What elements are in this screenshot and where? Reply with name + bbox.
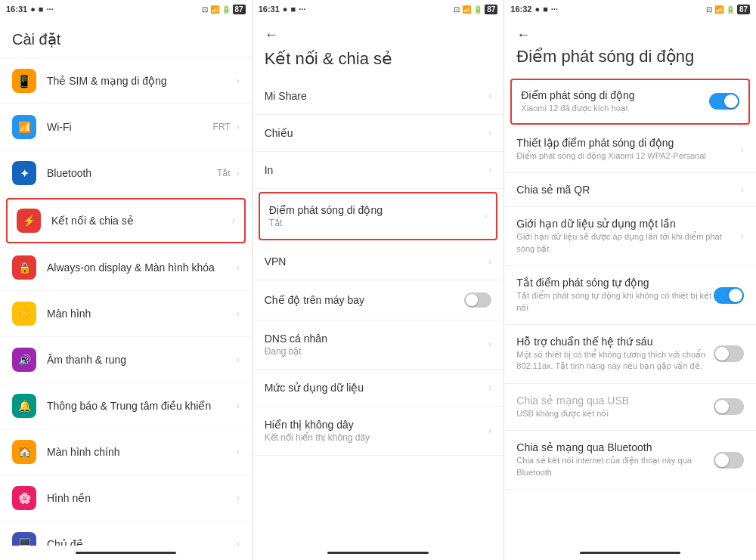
connections-title: Kết nối & chia sẻ — [253, 49, 504, 78]
screen-icon: ☀️ — [12, 302, 36, 326]
scroll-indicator-3 — [580, 552, 680, 554]
menu-item-airplane[interactable]: Chế độ trên máy bay — [253, 280, 504, 320]
hotspot-data-limit-item[interactable]: Giới hạn dữ liệu sử dụng một lần Giới hạ… — [504, 207, 756, 266]
hotspot-settings-label: Thiết lập điểm phát sóng di động — [516, 137, 741, 149]
settings-item-wallpaper[interactable]: 🌸 Hình nền › — [0, 475, 252, 521]
hotspot-detail-list: Điểm phát sóng di động Xiaomi 12 đã được… — [504, 77, 756, 546]
qr-chevron: › — [741, 184, 744, 195]
status-time-1: 16:31 ● ■ ··· — [6, 5, 54, 14]
menu-item-hotspot[interactable]: Điểm phát sóng di động Tắt › — [259, 192, 498, 240]
hotspot-settings-item[interactable]: Thiết lập điểm phát sóng di động Điểm ph… — [504, 126, 756, 173]
wireless-chevron: › — [488, 425, 491, 436]
home-icon: 🏠 — [12, 440, 36, 464]
menu-item-dns[interactable]: DNS cá nhân Đang bật › — [253, 320, 504, 370]
wifi-chevron: › — [237, 122, 240, 132]
theme-icon: 🖥️ — [12, 532, 36, 546]
datausage-chevron: › — [488, 382, 491, 393]
theme-chevron: › — [237, 539, 240, 546]
bluetooth-share-subtitle: Chia sẻ kết nối internet của điện thoại … — [516, 455, 714, 478]
menu-item-vpn[interactable]: VPN › — [253, 243, 504, 280]
scroll-indicator-1 — [76, 552, 176, 554]
vpn-chevron: › — [488, 256, 491, 267]
status-bar-3: 16:32 ● ■ ··· ⊡ 📶 🔋 87 — [504, 0, 756, 18]
settings-list: 📱 Thẻ SIM & mạng di động › 📶 Wi-Fi FRT ›… — [0, 58, 252, 546]
bluetooth-icon: ✦ — [12, 161, 36, 185]
usb-toggle[interactable] — [714, 398, 744, 415]
back-button-3[interactable]: ← — [516, 27, 530, 43]
settings-item-wifi[interactable]: 📶 Wi-Fi FRT › — [0, 104, 252, 150]
bluetooth-label: Bluetooth — [47, 167, 217, 179]
settings-item-theme[interactable]: 🖥️ Chủ đề › — [0, 521, 252, 546]
settings-item-always-on[interactable]: 🔒 Always-on display & Màn hình khóa › — [0, 245, 252, 291]
status-bar-2: 16:31 ● ■ ··· ⊡ 📶 🔋 87 — [253, 0, 504, 18]
settings-item-notifications[interactable]: 🔔 Thông báo & Trung tâm điều khiển › — [0, 383, 252, 429]
settings-item-bluetooth[interactable]: ✦ Bluetooth Tắt › — [0, 150, 252, 196]
qr-label: Chia sẻ mã QR — [516, 184, 741, 196]
menu-item-datausage[interactable]: Mức sử dụng dữ liệu › — [253, 370, 504, 407]
auto-off-label: Tắt điểm phát sóng tự động — [516, 277, 714, 289]
wallpaper-label: Hình nền — [47, 492, 237, 504]
settings-item-sim[interactable]: 📱 Thẻ SIM & mạng di động › — [0, 58, 252, 104]
wallpaper-icon: 🌸 — [12, 486, 36, 510]
hotspot-panel-title: Điểm phát sóng di động — [504, 46, 756, 77]
scroll-indicator-2 — [327, 552, 428, 554]
connections-icon: ⚡ — [17, 209, 41, 233]
connections-back-header: ← — [253, 18, 504, 49]
menu-item-cast[interactable]: Chiếu › — [253, 115, 504, 152]
mishare-chevron: › — [488, 91, 491, 101]
sound-chevron: › — [237, 354, 240, 365]
wifi6-label: Hỗ trợ chuẩn thế hệ thứ sáu — [516, 336, 714, 348]
panel1-title: Cài đặt — [0, 18, 252, 58]
settings-item-home[interactable]: 🏠 Màn hình chính › — [0, 429, 252, 475]
settings-panel: 16:31 ● ■ ··· ⊡ 📶 🔋 87 Cài đặt 📱 Thẻ SIM… — [0, 0, 253, 560]
data-limit-chevron: › — [741, 231, 744, 242]
settings-item-sound[interactable]: 🔊 Âm thanh & rung › — [0, 337, 252, 383]
usb-label: Chia sẻ mạng qua USB — [516, 394, 714, 407]
settings-item-connections[interactable]: ⚡ Kết nối & chia sẻ › — [6, 198, 246, 243]
bluetooth-share-toggle[interactable] — [714, 452, 744, 469]
bluetooth-share-label: Chia sẻ mạng qua Bluetooth — [516, 441, 714, 453]
vpn-label: VPN — [265, 255, 489, 268]
status-icons-1: ⊡ 📶 🔋 87 — [202, 5, 246, 14]
status-bar-1: 16:31 ● ■ ··· ⊡ 📶 🔋 87 — [0, 0, 252, 18]
always-on-chevron: › — [237, 262, 240, 273]
hotspot-main-toggle[interactable] — [709, 93, 739, 110]
wifi-label: Wi-Fi — [47, 121, 213, 133]
usb-subtitle: USB không được kết nối — [516, 408, 714, 419]
hotspot-bluetooth-item[interactable]: Chia sẻ mạng qua Bluetooth Chia sẻ kết n… — [504, 431, 756, 490]
sim-label: Thẻ SIM & mạng di động — [47, 75, 237, 87]
hotspot-main-subtitle: Xiaomi 12 đã được kích hoạt — [521, 103, 709, 114]
hotspot-toggle-item[interactable]: Điểm phát sóng di động Xiaomi 12 đã được… — [510, 79, 750, 125]
connections-panel: 16:31 ● ■ ··· ⊡ 📶 🔋 87 ← Kết nối & chia … — [253, 0, 505, 560]
notifications-icon: 🔔 — [12, 394, 36, 418]
notifications-chevron: › — [237, 401, 240, 411]
hotspot-wifi6-item[interactable]: Hỗ trợ chuẩn thế hệ thứ sáu Một số thiết… — [504, 325, 756, 384]
auto-off-toggle[interactable] — [714, 287, 744, 304]
bluetooth-badge: Tắt — [217, 168, 231, 178]
wifi6-toggle[interactable] — [714, 345, 744, 362]
notifications-label: Thông báo & Trung tâm điều khiển — [47, 400, 237, 412]
airplane-label: Chế độ trên máy bay — [265, 294, 465, 306]
menu-item-print[interactable]: In › — [253, 152, 504, 189]
cast-label: Chiếu — [265, 127, 489, 139]
dns-label: DNS cá nhân — [265, 333, 489, 345]
back-button-2[interactable]: ← — [265, 27, 278, 43]
sim-chevron: › — [237, 76, 240, 86]
wireless-label: Hiển thị không dây — [265, 419, 489, 431]
wifi-badge: FRT — [213, 122, 231, 132]
menu-item-mishare[interactable]: Mi Share › — [253, 78, 504, 115]
settings-item-screen[interactable]: ☀️ Màn hình › — [0, 291, 252, 337]
dns-chevron: › — [488, 339, 491, 350]
datausage-label: Mức sử dụng dữ liệu — [265, 382, 489, 394]
hotspot-qr-item[interactable]: Chia sẻ mã QR › — [504, 173, 756, 207]
hotspot-subtitle: Tắt — [269, 218, 485, 228]
cast-chevron: › — [488, 128, 491, 138]
menu-item-wireless[interactable]: Hiển thị không dây Kết nối hiển thị khôn… — [253, 407, 504, 456]
airplane-toggle[interactable] — [464, 292, 491, 308]
hotspot-auto-off-item[interactable]: Tắt điểm phát sóng tự động Tắt điểm phát… — [504, 266, 756, 325]
sound-label: Âm thanh & rung — [47, 354, 237, 366]
print-chevron: › — [488, 165, 491, 175]
home-chevron: › — [237, 447, 240, 457]
wifi-icon: 📶 — [12, 115, 36, 139]
hotspot-usb-item[interactable]: Chia sẻ mạng qua USB USB không được kết … — [504, 384, 756, 431]
